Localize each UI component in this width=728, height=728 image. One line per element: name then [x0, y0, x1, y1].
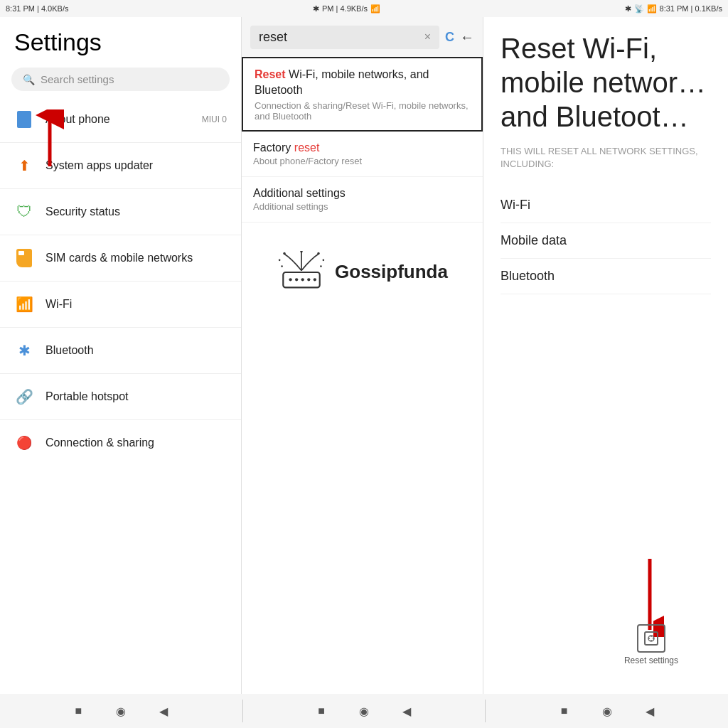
- nav-section-left: ■ ◉ ◀: [0, 704, 242, 718]
- gossipfunda-watermark: Gossipfunda: [242, 223, 483, 322]
- right-subtitle: THIS WILL RESET ALL NETWORK SETTINGS, IN…: [500, 145, 711, 171]
- nav-back-mid[interactable]: ◀: [400, 704, 414, 718]
- result-additional-title: Additional settings: [253, 187, 471, 200]
- wifi-icon-right: 📡: [634, 4, 644, 14]
- search-input-row: reset × C ←: [242, 17, 483, 57]
- main-content: Settings 🔍 Search settings About phone M…: [0, 17, 728, 694]
- status-time-right: 8:31 PM | 0.1KB/s: [660, 4, 722, 13]
- reset-settings-label: Reset settings: [624, 655, 678, 665]
- factory-reset-highlight: reset: [294, 141, 320, 154]
- nav-back-right[interactable]: ◀: [643, 704, 657, 718]
- dropdown-item-sub: Connection & sharing/Reset Wi-Fi, mobile…: [255, 100, 470, 122]
- settings-list: About phone MIUI 0 ⬆ System apps updater…: [0, 100, 241, 694]
- right-item-wifi: Wi-Fi: [500, 188, 711, 223]
- factory-text: Factory: [253, 141, 294, 154]
- shield-check-icon: 🛡: [16, 203, 32, 221]
- connection-label: Connection & sharing: [46, 437, 154, 449]
- dropdown-highlight: Reset: [255, 68, 286, 80]
- divider-5: [0, 327, 241, 328]
- sim-icon: [14, 248, 34, 268]
- nav-square-left[interactable]: ■: [71, 704, 85, 718]
- result-factory-sub: About phone/Factory reset: [253, 156, 471, 166]
- wifi-label: Wi-Fi: [46, 298, 72, 311]
- bluetooth-text: Bluetooth: [46, 344, 94, 357]
- reset-settings-icon: [637, 624, 665, 653]
- svg-point-10: [317, 252, 319, 254]
- shield-icon: 🛡: [14, 202, 34, 222]
- right-item-bluetooth: Bluetooth: [500, 259, 711, 294]
- result-factory-reset[interactable]: Factory reset About phone/Factory reset: [242, 132, 483, 177]
- svg-point-5: [301, 278, 304, 281]
- nav-bar: ■ ◉ ◀ ■ ◉ ◀ ■ ◉ ◀: [0, 694, 728, 728]
- right-title-reset: Reset Wi-Fi,mobile networ…and Bluetoot…: [500, 33, 706, 132]
- hotspot-text: Portable hotspot: [46, 390, 129, 403]
- nav-section-right: ■ ◉ ◀: [486, 704, 728, 718]
- svg-point-9: [300, 251, 302, 253]
- settings-item-connection[interactable]: 🔴 Connection & sharing: [0, 423, 241, 463]
- settings-item-wifi[interactable]: 📶 Wi-Fi: [0, 284, 241, 324]
- settings-title: Settings: [0, 17, 241, 62]
- dropdown-item-reset-wifi[interactable]: Reset Wi-Fi, mobile networks, and Blueto…: [243, 58, 481, 130]
- bluetooth-label: Bluetooth: [46, 344, 94, 357]
- bluetooth-icon-right: ✱: [625, 4, 631, 14]
- status-bar: 8:31 PM | 4.0KB/s ✱ PM | 4.9KB/s 📶 ✱ 📡 📶…: [0, 0, 728, 17]
- bluetooth-icon-status: ✱: [313, 4, 319, 14]
- search-input-box[interactable]: reset ×: [250, 26, 439, 49]
- sim-label: SIM cards & mobile networks: [46, 252, 193, 264]
- divider-2: [0, 188, 241, 189]
- nav-circle-right[interactable]: ◉: [600, 704, 614, 718]
- divider-6: [0, 373, 241, 374]
- status-right: ✱ 📡 📶 8:31 PM | 0.1KB/s: [625, 4, 722, 14]
- right-item-mobile-data: Mobile data: [500, 223, 711, 259]
- svg-point-4: [295, 278, 298, 281]
- search-bar[interactable]: 🔍 Search settings: [11, 68, 230, 91]
- svg-point-14: [320, 265, 322, 267]
- gossipfunda-logo-icon: [277, 251, 326, 294]
- svg-point-12: [323, 259, 325, 261]
- nav-square-right[interactable]: ■: [557, 704, 572, 718]
- result-additional-settings[interactable]: Additional settings Additional settings: [242, 177, 483, 223]
- security-text: Security status: [46, 205, 120, 218]
- settings-item-sim[interactable]: SIM cards & mobile networks: [0, 238, 241, 278]
- status-time-left: 8:31 PM | 4.0KB/s: [6, 4, 68, 13]
- svg-point-7: [314, 278, 316, 281]
- connection-text: Connection & sharing: [46, 437, 154, 449]
- reset-settings-button[interactable]: Reset settings: [624, 624, 678, 665]
- search-input-value[interactable]: reset: [259, 30, 419, 45]
- search-placeholder: Search settings: [41, 73, 114, 85]
- search-results-list: Factory reset About phone/Factory reset …: [242, 132, 483, 694]
- settings-item-bluetooth[interactable]: ✱ Bluetooth: [0, 331, 241, 370]
- back-button[interactable]: ←: [460, 29, 474, 46]
- c-button[interactable]: C: [445, 30, 454, 45]
- nav-section-middle: ■ ◉ ◀: [243, 704, 486, 718]
- search-dropdown[interactable]: Reset Wi-Fi, mobile networks, and Blueto…: [242, 57, 483, 132]
- settings-item-hotspot[interactable]: 🔗 Portable hotspot: [0, 377, 241, 417]
- svg-point-6: [307, 278, 310, 281]
- bluetooth-icon: ✱: [14, 341, 34, 360]
- svg-point-8: [283, 252, 285, 254]
- hotspot-icon: 🔗: [14, 387, 34, 407]
- settings-item-security[interactable]: 🛡 Security status: [0, 192, 241, 232]
- status-middle: ✱ PM | 4.9KB/s 📶: [313, 4, 380, 14]
- search-icon: 🔍: [23, 74, 35, 85]
- nav-circle-left[interactable]: ◉: [114, 704, 128, 718]
- divider-4: [0, 281, 241, 282]
- nav-back-left[interactable]: ◀: [156, 704, 171, 718]
- wifi-text: Wi-Fi: [46, 298, 72, 311]
- nav-circle-mid[interactable]: ◉: [357, 704, 371, 718]
- reset-icon-svg: [643, 630, 660, 647]
- svg-rect-17: [645, 632, 658, 645]
- nav-square-mid[interactable]: ■: [314, 704, 328, 718]
- sim-text: SIM cards & mobile networks: [46, 252, 193, 264]
- gossipfunda-text: Gossipfunda: [335, 261, 448, 283]
- status-speed-middle: PM | 4.9KB/s: [322, 4, 368, 13]
- red-arrow-up: [28, 109, 71, 181]
- right-panel: Reset Wi-Fi,mobile networ…and Bluetoot… …: [483, 17, 728, 694]
- connection-icon: 🔴: [14, 433, 34, 453]
- svg-point-3: [289, 278, 291, 281]
- left-panel: Settings 🔍 Search settings About phone M…: [0, 17, 242, 694]
- status-left: 8:31 PM | 4.0KB/s: [6, 4, 68, 13]
- middle-panel: reset × C ← Reset Wi-Fi, mobile networks…: [242, 17, 483, 694]
- signal-icon-right: 📶: [647, 4, 657, 14]
- clear-search-button[interactable]: ×: [424, 31, 431, 43]
